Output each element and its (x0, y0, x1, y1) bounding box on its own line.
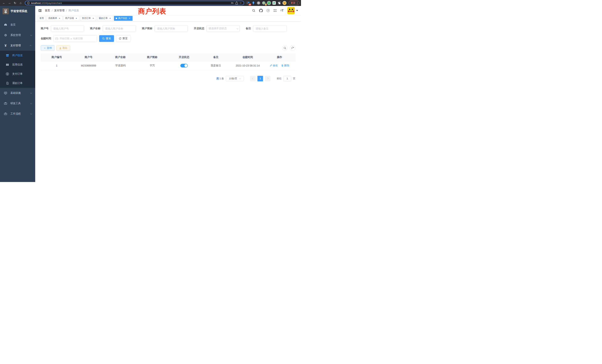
create-time-range-picker[interactable]: 开始日期 - 结束日期 (53, 35, 97, 42)
sidebar-item-dev-tools[interactable]: 研发工具 (0, 98, 35, 109)
key-icon[interactable] (231, 1, 234, 4)
browser-forward-button[interactable]: → (7, 0, 12, 5)
extension-y-icon[interactable]: Y (267, 1, 271, 5)
browser-reload-button[interactable]: ↻ (13, 0, 17, 5)
breadcrumb-home[interactable]: 首页 (45, 9, 50, 12)
tab-label: 用户分组 (65, 17, 74, 20)
github-icon[interactable] (259, 9, 263, 12)
close-icon[interactable]: × (92, 17, 95, 20)
sidebar-item-home[interactable]: 首页 (0, 20, 35, 30)
home-icon: ⌂ (20, 1, 22, 5)
table-row: 1 M233666999 芋道源码 芋艿 我是备注 2021-10-23 08:… (41, 61, 295, 70)
status-toggle[interactable] (180, 64, 188, 67)
app-logo[interactable]: 🐰 芋道管理系统 (0, 6, 35, 16)
show-search-toggle-button[interactable] (282, 45, 288, 51)
yen-icon: ¥ (4, 43, 7, 48)
breadcrumb: 首页 / 支付管理 / 商户信息 (45, 9, 79, 12)
close-icon[interactable]: × (75, 17, 78, 20)
bookmark-star-icon[interactable]: ☆ (239, 1, 242, 5)
short-name-input[interactable] (155, 25, 188, 32)
add-button[interactable]: ＋ 新增 (41, 45, 54, 51)
svg-text:¥: ¥ (7, 73, 8, 75)
url-text[interactable]: localhost:1024/pay/merchant (31, 2, 62, 4)
total-prefix: 共 (216, 77, 219, 80)
gear-icon: ⚙ (4, 33, 7, 37)
next-page-button[interactable] (265, 76, 270, 81)
share-icon[interactable] (235, 1, 238, 4)
page-number-1[interactable]: 1 (258, 76, 263, 81)
search-icon (102, 37, 105, 40)
back-icon: ← (2, 1, 5, 5)
merchant-no-input[interactable] (51, 25, 84, 32)
tags-view-bar: 首页 流程表单× 用户分组× 支付订单× 退款订单× 商户信息× (35, 15, 301, 21)
close-icon[interactable]: × (109, 17, 111, 20)
extension-chat-icon[interactable] (272, 1, 276, 5)
status-select[interactable]: 请选择开启状态 (206, 25, 240, 32)
tab-user-group[interactable]: 用户分组× (63, 16, 79, 21)
browser-back-button[interactable]: ← (1, 0, 6, 5)
tab-process-form[interactable]: 流程表单× (46, 16, 63, 21)
status-select-placeholder: 请选择开启状态 (208, 27, 236, 30)
sidebar-item-refund-order[interactable]: 退款订单 (0, 79, 35, 88)
delete-label: 删除 (284, 64, 289, 67)
column-header: 开启状态 (168, 53, 200, 61)
breadcrumb-payment[interactable]: 支付管理 (54, 9, 64, 12)
sidebar-item-label: 工作流程 (10, 112, 27, 116)
edit-button[interactable]: 修改 (270, 64, 278, 67)
address-bar[interactable]: localhost:1024/pay/merchant ☆ (25, 1, 244, 5)
reset-button[interactable]: 重置 (116, 35, 131, 42)
sidebar-item-system[interactable]: ⚙ 系统管理 (0, 30, 35, 40)
extension-gem-icon[interactable] (251, 1, 256, 5)
close-icon[interactable]: × (58, 17, 61, 20)
extension-blue-diamond-icon[interactable]: 10 (246, 1, 250, 5)
sidebar-item-label: 系统管理 (10, 33, 27, 37)
sidebar-item-app-info[interactable]: 应用信息 (0, 60, 35, 69)
sidebar-item-label: 商户信息 (12, 54, 32, 57)
user-menu[interactable] (287, 7, 298, 14)
search-button[interactable]: 搜索 (99, 35, 114, 42)
header-search-icon[interactable] (252, 9, 255, 12)
column-header: 商户编号 (41, 53, 73, 61)
sidebar-item-payment[interactable]: ¥ 支付管理 (0, 40, 35, 51)
refresh-table-button[interactable] (290, 45, 295, 51)
date-end-placeholder: 结束日期 (73, 37, 83, 40)
cell-merchant-id: 1 (41, 61, 73, 70)
full-name-input[interactable] (103, 25, 136, 32)
sidebar-item-merchant-info[interactable]: 商户信息 (0, 51, 35, 60)
goto-page-input[interactable] (283, 76, 291, 81)
page-size-select[interactable]: 10条/页 (226, 76, 244, 81)
browser-home-button[interactable]: ⌂ (18, 0, 23, 5)
extensions-puzzle-icon[interactable] (277, 1, 281, 5)
tab-merchant-info-active[interactable]: 商户信息× (114, 16, 132, 21)
delete-button[interactable]: 删除 (281, 64, 289, 67)
tab-pay-order[interactable]: 支付订单× (80, 16, 96, 21)
reload-icon: ↻ (14, 1, 16, 5)
prev-page-button[interactable] (250, 76, 256, 81)
user-avatar[interactable] (287, 7, 295, 14)
sidebar-item-infrastructure[interactable]: 基础设施 (0, 88, 35, 98)
tab-home[interactable]: 首页 (38, 16, 46, 21)
browser-menu-icon[interactable] (297, 2, 298, 4)
font-size-icon[interactable]: TT (280, 9, 284, 12)
download-icon (59, 47, 62, 49)
browser-profile-avatar[interactable] (282, 1, 287, 5)
create-time-label: 创建时间 (41, 37, 51, 40)
tab-refund-order[interactable]: 退款订单× (97, 16, 113, 21)
sidebar-item-workflow[interactable]: 工作流程 (0, 109, 35, 119)
sidebar-item-pay-order[interactable]: ¥ 支付订单 (0, 69, 35, 79)
storefront-icon (6, 54, 9, 57)
extension-command-icon[interactable]: ⌘ (256, 1, 261, 5)
close-icon[interactable]: × (128, 17, 131, 20)
help-icon[interactable]: ? (267, 9, 270, 12)
extension-gray-circle-icon[interactable]: 1 (261, 1, 266, 5)
fullscreen-icon[interactable] (273, 9, 277, 12)
sidebar-collapse-button[interactable] (38, 9, 42, 12)
goto-label: 前往 (277, 77, 281, 80)
column-header: 备注 (200, 53, 232, 61)
extension-badge: 1 (265, 3, 267, 6)
remark-input[interactable] (253, 25, 287, 32)
info-icon[interactable] (27, 2, 30, 4)
export-button[interactable]: 导出 (56, 45, 70, 51)
caret-down-icon (296, 10, 298, 11)
browser-update-button[interactable]: 更新 (289, 1, 300, 5)
